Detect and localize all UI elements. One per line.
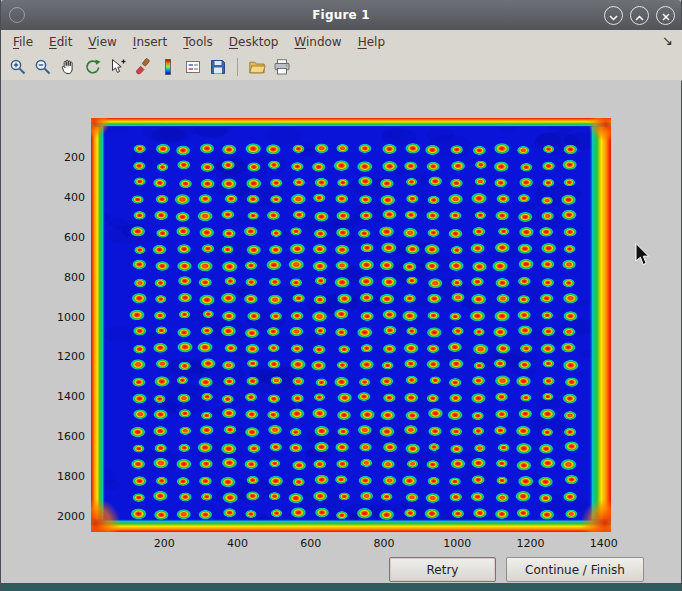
x-tick-label: 800 bbox=[364, 537, 404, 550]
pan-button[interactable] bbox=[57, 56, 79, 78]
menu-item-tools[interactable]: Tools bbox=[175, 32, 221, 52]
toolbar-separator bbox=[237, 58, 238, 76]
print-figure-button[interactable] bbox=[271, 56, 293, 78]
y-tick-label: 1000 bbox=[49, 311, 85, 324]
menu-item-file[interactable]: File bbox=[5, 32, 41, 52]
save-figure-button[interactable] bbox=[207, 56, 229, 78]
zoom-in-icon bbox=[9, 58, 27, 76]
y-tick-label: 200 bbox=[49, 151, 85, 164]
figure-window: Figure 1 FileEditViewInsertToolsDesktopW… bbox=[0, 0, 682, 591]
title-bar[interactable]: Figure 1 bbox=[1, 0, 681, 30]
close-button[interactable] bbox=[656, 6, 675, 25]
heatmap-plot[interactable] bbox=[91, 118, 611, 532]
y-tick-label: 400 bbox=[49, 191, 85, 204]
menu-item-desktop[interactable]: Desktop bbox=[221, 32, 287, 52]
toolbar bbox=[1, 53, 682, 81]
menu-bar: FileEditViewInsertToolsDesktopWindowHelp bbox=[1, 30, 682, 53]
insert-legend-icon bbox=[184, 58, 202, 76]
close-icon bbox=[662, 6, 670, 25]
dock-arrow-icon[interactable]: ↘ bbox=[662, 34, 673, 47]
menu-item-window[interactable]: Window bbox=[286, 32, 349, 52]
menu-bar-items: FileEditViewInsertToolsDesktopWindowHelp bbox=[5, 32, 393, 52]
x-tick-label: 600 bbox=[291, 537, 331, 550]
brush-icon bbox=[134, 58, 152, 76]
y-tick-label: 1600 bbox=[49, 430, 85, 443]
menu-item-view[interactable]: View bbox=[80, 32, 124, 52]
data-cursor-icon bbox=[109, 58, 127, 76]
open-file-button[interactable] bbox=[246, 56, 268, 78]
x-tick-label: 1200 bbox=[510, 537, 550, 550]
window-bottom-border bbox=[1, 583, 681, 591]
y-tick-label: 1400 bbox=[49, 390, 85, 403]
print-figure-icon bbox=[273, 58, 291, 76]
brush-button[interactable] bbox=[132, 56, 154, 78]
minimize-button[interactable] bbox=[604, 6, 623, 25]
pan-icon bbox=[59, 58, 77, 76]
y-tick-label: 2000 bbox=[49, 510, 85, 523]
menu-item-edit[interactable]: Edit bbox=[41, 32, 80, 52]
x-tick-label: 400 bbox=[217, 537, 257, 550]
zoom-out-button[interactable] bbox=[32, 56, 54, 78]
chevron-up-icon bbox=[635, 6, 644, 25]
y-tick-label: 800 bbox=[49, 271, 85, 284]
zoom-out-icon bbox=[34, 58, 52, 76]
zoom-in-button[interactable] bbox=[7, 56, 29, 78]
chevron-down-icon bbox=[609, 6, 618, 25]
window-controls bbox=[604, 6, 675, 25]
save-figure-icon bbox=[209, 58, 227, 76]
rotate-3d-button[interactable] bbox=[82, 56, 104, 78]
y-tick-label: 1200 bbox=[49, 350, 85, 363]
window-title: Figure 1 bbox=[312, 8, 370, 22]
maximize-button[interactable] bbox=[630, 6, 649, 25]
y-tick-label: 1800 bbox=[49, 470, 85, 483]
x-tick-label: 1000 bbox=[437, 537, 477, 550]
open-file-icon bbox=[248, 58, 266, 76]
x-tick-label: 1400 bbox=[584, 537, 624, 550]
insert-colorbar-button[interactable] bbox=[157, 56, 179, 78]
retry-button[interactable]: Retry bbox=[389, 557, 496, 582]
menu-item-help[interactable]: Help bbox=[350, 32, 393, 52]
window-menu-icon[interactable] bbox=[9, 7, 25, 23]
insert-colorbar-icon bbox=[159, 58, 177, 76]
menu-item-insert[interactable]: Insert bbox=[125, 32, 175, 52]
insert-legend-button[interactable] bbox=[182, 56, 204, 78]
continue-finish-button[interactable]: Continue / Finish bbox=[506, 557, 644, 582]
y-tick-label: 600 bbox=[49, 231, 85, 244]
rotate-3d-icon bbox=[84, 58, 102, 76]
data-cursor-button[interactable] bbox=[107, 56, 129, 78]
x-tick-label: 200 bbox=[144, 537, 184, 550]
